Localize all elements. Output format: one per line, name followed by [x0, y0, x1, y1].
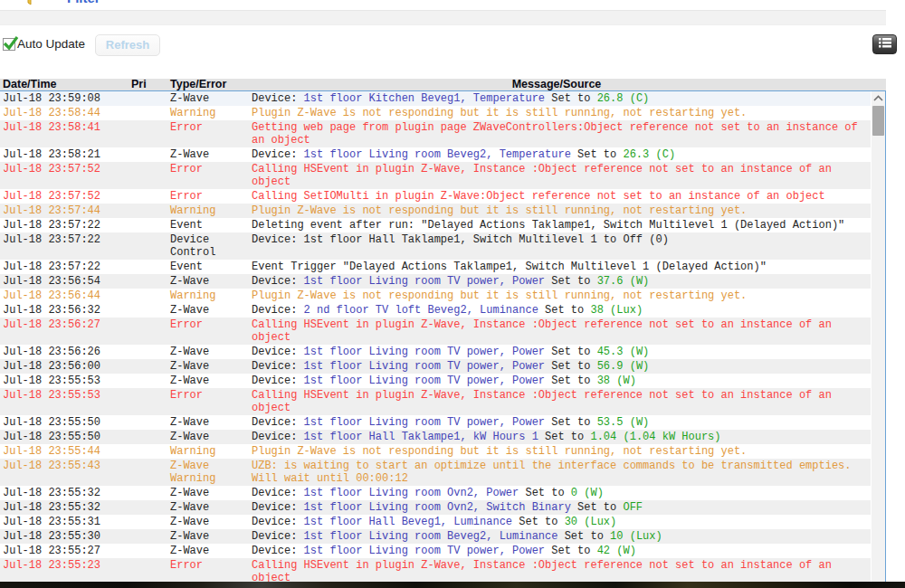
log-row[interactable]: Jul-18 23:56:44WarningPlugin Z-Wave is n…	[0, 289, 871, 303]
log-row-type: Z-Wave	[170, 530, 252, 543]
log-row[interactable]: Jul-18 23:56:27ErrorCalling HSEvent in p…	[0, 318, 871, 345]
log-row-type: Z-Wave	[170, 375, 252, 387]
log-row[interactable]: Jul-18 23:55:44WarningPlugin Z-Wave is n…	[0, 444, 871, 459]
log-row[interactable]: Jul-18 23:56:32Z-WaveDevice: 2 nd floor …	[0, 303, 871, 318]
log-row-pri	[131, 289, 170, 302]
log-row-message: Calling HSEvent in plugin Z-Wave, Instan…	[252, 163, 862, 188]
log-message-segment: 1st floor Living room TV power, Power	[304, 275, 545, 288]
log-row-type: Z-Wave	[170, 275, 252, 288]
log-row-pri	[131, 163, 170, 188]
refresh-button[interactable]: Refresh	[95, 34, 160, 56]
log-row-message: Device: 1st floor Kitchen Beveg1, Temper…	[252, 92, 862, 105]
log-row-time: Jul-18 23:55:32	[3, 487, 131, 499]
log-row[interactable]: Jul-18 23:55:27Z-WaveDevice: 1st floor L…	[0, 544, 871, 558]
log-row-pri	[131, 92, 170, 105]
log-view-options-button[interactable]	[872, 34, 897, 54]
log-message-segment: Event Trigger "Delayed Actions Taklampe1…	[252, 261, 767, 273]
filter-panel-header[interactable]: Filter	[0, 0, 886, 10]
log-message-segment: Set to	[545, 346, 597, 358]
log-row[interactable]: Jul-18 23:55:50Z-WaveDevice: 1st floor H…	[0, 430, 871, 444]
log-row[interactable]: Jul-18 23:55:30Z-WaveDevice: 1st floor L…	[0, 529, 871, 544]
log-row-message: Device: 1st floor Hall Beveg1, Luminance…	[252, 516, 862, 528]
log-row-message: Deleting event after run: "Delayed Actio…	[252, 219, 862, 232]
log-row[interactable]: Jul-18 23:59:08Z-WaveDevice: 1st floor K…	[0, 91, 871, 106]
log-row-type: Z-Wave Warning	[170, 460, 252, 485]
log-message-segment: Deleting event after run: "Delayed Actio…	[252, 219, 844, 232]
log-row-pri	[131, 121, 170, 147]
log-row[interactable]: Jul-18 23:57:44WarningPlugin Z-Wave is n…	[0, 204, 871, 218]
log-row-type: Z-Wave	[170, 545, 252, 557]
vertical-scrollbar[interactable]	[872, 91, 885, 582]
log-row-message: Device: 1st floor Living room TV power, …	[252, 360, 862, 373]
log-row-time: Jul-18 23:56:54	[3, 275, 131, 288]
log-row-time: Jul-18 23:56:32	[3, 304, 131, 317]
log-message-segment: Calling HSEvent in plugin Z-Wave, Instan…	[252, 559, 832, 582]
log-row-time: Jul-18 23:55:44	[3, 445, 131, 458]
log-row[interactable]: Jul-18 23:58:41ErrorGetting web page fro…	[0, 120, 871, 147]
log-row-message: Plugin Z-Wave is not responding but it i…	[252, 289, 862, 302]
log-row-pri	[131, 346, 170, 358]
log-message-segment: 53.5 (W)	[597, 416, 650, 429]
log-row-time: Jul-18 23:57:52	[3, 163, 131, 188]
log-row[interactable]: Jul-18 23:55:32Z-WaveDevice: 1st floor L…	[0, 486, 871, 500]
log-message-segment: Plugin Z-Wave is not responding but it i…	[252, 445, 747, 458]
log-row-pri	[131, 530, 170, 543]
log-row[interactable]: Jul-18 23:56:26Z-WaveDevice: 1st floor L…	[0, 345, 871, 359]
log-message-segment: Set to	[571, 148, 624, 161]
checkbox-check-icon	[3, 38, 15, 51]
log-message-segment: 26.8 (C)	[597, 92, 650, 105]
log-row[interactable]: Jul-18 23:55:53Z-WaveDevice: 1st floor L…	[0, 374, 871, 388]
log-message-segment: Set to	[571, 501, 624, 514]
log-row-pri	[131, 545, 170, 557]
log-message-segment: 10 (Lux)	[610, 530, 662, 543]
scrollbar-thumb[interactable]	[872, 106, 884, 136]
section-divider-band	[0, 10, 886, 25]
log-row-message: Plugin Z-Wave is not responding but it i…	[252, 107, 862, 119]
log-row-type: Z-Wave	[170, 92, 252, 105]
log-row[interactable]: Jul-18 23:56:54Z-WaveDevice: 1st floor L…	[0, 274, 871, 289]
log-row[interactable]: Jul-18 23:55:50Z-WaveDevice: 1st floor L…	[0, 415, 871, 430]
log-row-type: Z-Wave	[170, 516, 252, 528]
log-row-message: Device: 1st floor Living room TV power, …	[252, 545, 862, 557]
log-message-segment: Set to	[545, 360, 597, 373]
log-message-segment: 1st floor Living room Beveg2, Temperatur…	[304, 148, 571, 161]
log-row-message: UZB: is waiting to start an optimize unt…	[252, 460, 862, 485]
log-row[interactable]: Jul-18 23:58:44WarningPlugin Z-Wave is n…	[0, 106, 871, 120]
log-row[interactable]: Jul-18 23:57:52ErrorCalling SetIOMulti i…	[0, 189, 871, 204]
log-row-message: Plugin Z-Wave is not responding but it i…	[252, 445, 862, 458]
log-row-time: Jul-18 23:55:53	[3, 389, 131, 414]
log-row-time: Jul-18 23:57:22	[3, 233, 131, 259]
log-message-segment: 38 (Lux)	[590, 304, 643, 317]
log-row[interactable]: Jul-18 23:57:52ErrorCalling HSEvent in p…	[0, 162, 871, 189]
auto-update-checkbox[interactable]: Auto Update	[3, 37, 85, 51]
log-row[interactable]: Jul-18 23:57:22Device ControlDevice: 1st…	[0, 232, 871, 260]
log-row-pri	[131, 375, 170, 387]
log-row-type: Warning	[170, 204, 252, 217]
scroll-up-arrow-icon[interactable]	[872, 91, 885, 105]
log-message-segment: 1st floor Hall Beveg1, Luminance	[304, 516, 512, 528]
log-row-type: Device Control	[170, 233, 252, 259]
log-row[interactable]: Jul-18 23:58:21Z-WaveDevice: 1st floor L…	[0, 147, 871, 162]
log-row-type: Event	[170, 261, 252, 273]
log-message-segment: Device:	[252, 501, 304, 514]
log-row-message: Calling HSEvent in plugin Z-Wave, Instan…	[252, 318, 862, 344]
log-message-segment: Set to	[545, 92, 597, 105]
log-row-pri	[131, 416, 170, 429]
log-row[interactable]: Jul-18 23:55:32Z-WaveDevice: 1st floor L…	[0, 500, 871, 515]
column-header-message: Message/Source	[252, 79, 862, 90]
log-row[interactable]: Jul-18 23:55:31Z-WaveDevice: 1st floor H…	[0, 515, 871, 529]
log-row-pri	[131, 261, 170, 273]
log-row-message: Device: 1st floor Living room Beveg2, Lu…	[252, 530, 862, 543]
log-row[interactable]: Jul-18 23:57:22EventDeleting event after…	[0, 218, 871, 232]
log-row[interactable]: Jul-18 23:55:23ErrorCalling HSEvent in p…	[0, 558, 871, 582]
log-row[interactable]: Jul-18 23:57:22EventEvent Trigger "Delay…	[0, 260, 871, 274]
list-icon	[878, 36, 892, 52]
log-row-pri	[131, 107, 170, 119]
log-row-time: Jul-18 23:56:44	[3, 289, 131, 302]
log-row[interactable]: Jul-18 23:55:53ErrorCalling HSEvent in p…	[0, 388, 871, 415]
log-message-segment: Set to	[557, 530, 610, 543]
log-row[interactable]: Jul-18 23:55:43Z-Wave WarningUZB: is wai…	[0, 459, 871, 486]
log-message-segment: 1st floor Living room Ovn2, Power	[304, 487, 519, 499]
log-message-segment: Device:	[252, 360, 304, 373]
log-row[interactable]: Jul-18 23:56:00Z-WaveDevice: 1st floor L…	[0, 359, 871, 374]
